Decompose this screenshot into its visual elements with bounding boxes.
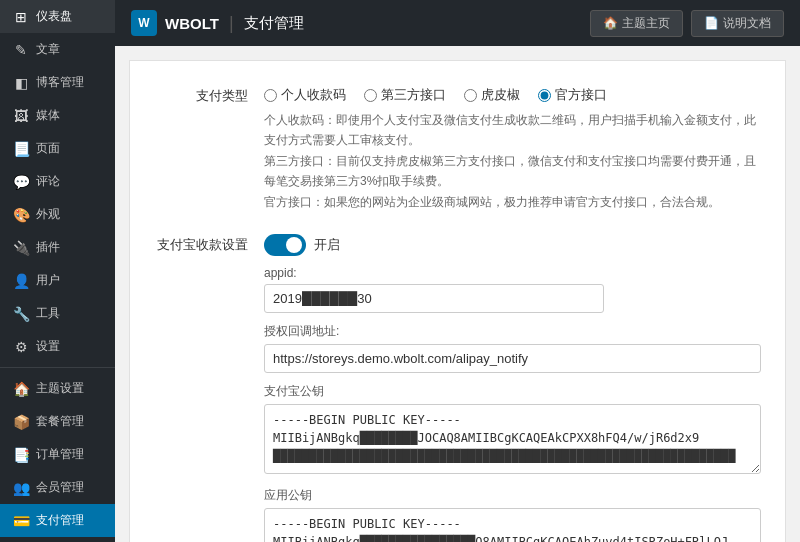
- sidebar-item-comments[interactable]: 💬 评论: [0, 165, 115, 198]
- sidebar-item-settings[interactable]: ⚙ 设置: [0, 330, 115, 363]
- home-btn-label: 主题主页: [622, 15, 670, 32]
- app-public-key-label: 应用公钥: [264, 487, 761, 504]
- sidebar-item-label: 媒体: [36, 107, 60, 124]
- logo-text: WBOLT: [165, 15, 219, 32]
- alipay-public-key-label: 支付宝公钥: [264, 383, 761, 400]
- sidebar-item-dashboard[interactable]: ⊞ 仪表盘: [0, 0, 115, 33]
- top-bar-actions: 🏠 主题主页 📄 说明文档: [590, 10, 784, 37]
- alipay-toggle[interactable]: [264, 234, 306, 256]
- sidebar-item-label: 用户: [36, 272, 60, 289]
- sidebar-item-label: 插件: [36, 239, 60, 256]
- payment-type-label: 支付类型: [154, 81, 264, 105]
- payment-type-row: 支付类型 个人收款码 第三方接口 虎皮椒: [154, 81, 761, 212]
- main-settings-icon: 🏠: [12, 381, 30, 397]
- sidebar-item-users[interactable]: 👤 用户: [0, 264, 115, 297]
- plugins-icon: 🔌: [12, 240, 30, 256]
- package-icon: 📦: [12, 414, 30, 430]
- docs-button[interactable]: 📄 说明文档: [691, 10, 784, 37]
- sidebar-item-label: 评论: [36, 173, 60, 190]
- dashboard-icon: ⊞: [12, 9, 30, 25]
- radio-processing-label: 虎皮椒: [481, 86, 520, 104]
- sidebar-item-label: 主题设置: [36, 380, 84, 397]
- header-divider: |: [229, 13, 234, 34]
- pages-icon: 📃: [12, 141, 30, 157]
- sidebar-item-pages[interactable]: 📃 页面: [0, 132, 115, 165]
- settings-icon: ⚙: [12, 339, 30, 355]
- sidebar-item-label: 外观: [36, 206, 60, 223]
- docs-btn-label: 说明文档: [723, 15, 771, 32]
- app-public-key-input[interactable]: -----BEGIN PUBLIC KEY----- MIIBijANBgkq█…: [264, 508, 761, 542]
- sidebar-item-member-manage[interactable]: 👥 会员管理: [0, 471, 115, 504]
- sidebar-item-label: 文章: [36, 41, 60, 58]
- sidebar-item-label: 仪表盘: [36, 8, 72, 25]
- top-bar: W WBOLT | 支付管理 🏠 主题主页 📄 说明文档: [115, 0, 800, 46]
- blog-icon: ◧: [12, 75, 30, 91]
- callback-label: 授权回调地址:: [264, 323, 761, 340]
- sidebar-item-worker-manage[interactable]: 🗂 工单管理: [0, 537, 115, 542]
- sidebar-item-label: 设置: [36, 338, 60, 355]
- appid-input[interactable]: [264, 284, 604, 313]
- sidebar-item-appearance[interactable]: 🎨 外观: [0, 198, 115, 231]
- radio-personal-label: 个人收款码: [281, 86, 346, 104]
- sidebar-item-media[interactable]: 🖼 媒体: [0, 99, 115, 132]
- media-icon: 🖼: [12, 108, 30, 124]
- sidebar-item-plugins[interactable]: 🔌 插件: [0, 231, 115, 264]
- users-icon: 👤: [12, 273, 30, 289]
- radio-official-label: 官方接口: [555, 86, 607, 104]
- payment-type-content: 个人收款码 第三方接口 虎皮椒 官方接口: [264, 81, 761, 212]
- payment-icon: 💳: [12, 513, 30, 529]
- sidebar-item-label: 会员管理: [36, 479, 84, 496]
- sidebar-item-articles[interactable]: ✎ 文章: [0, 33, 115, 66]
- radio-processing[interactable]: 虎皮椒: [464, 86, 520, 104]
- sidebar-item-tools[interactable]: 🔧 工具: [0, 297, 115, 330]
- radio-third-party[interactable]: 第三方接口: [364, 86, 446, 104]
- tools-icon: 🔧: [12, 306, 30, 322]
- sidebar-item-label: 博客管理: [36, 74, 84, 91]
- radio-third-party-label: 第三方接口: [381, 86, 446, 104]
- alipay-toggle-container: 开启: [264, 234, 761, 256]
- payment-type-radio-group: 个人收款码 第三方接口 虎皮椒 官方接口: [264, 81, 761, 104]
- home-icon: 🏠: [603, 16, 618, 30]
- home-button[interactable]: 🏠 主题主页: [590, 10, 683, 37]
- docs-icon: 📄: [704, 16, 719, 30]
- sidebar-item-blog-manage[interactable]: ◧ 博客管理: [0, 66, 115, 99]
- content-area: 支付类型 个人收款码 第三方接口 虎皮椒: [115, 46, 800, 542]
- payment-description: 个人收款码：即使用个人支付宝及微信支付生成收款二维码，用户扫描手机输入金额支付，…: [264, 110, 761, 212]
- content-inner: 支付类型 个人收款码 第三方接口 虎皮椒: [129, 60, 786, 542]
- callback-input[interactable]: [264, 344, 761, 373]
- toggle-slider: [264, 234, 306, 256]
- comments-icon: 💬: [12, 174, 30, 190]
- main-area: W WBOLT | 支付管理 🏠 主题主页 📄 说明文档 支付类型: [115, 0, 800, 542]
- alipay-public-key-input[interactable]: -----BEGIN PUBLIC KEY----- MIIBijANBgkq█…: [264, 404, 761, 474]
- articles-icon: ✎: [12, 42, 30, 58]
- logo-icon: W: [131, 10, 157, 36]
- alipay-settings-row: 支付宝收款设置 开启 appid: 授权回调地址:: [154, 230, 761, 542]
- sidebar-item-main-settings[interactable]: 🏠 主题设置: [0, 372, 115, 405]
- sidebar-item-label: 订单管理: [36, 446, 84, 463]
- alipay-settings-label: 支付宝收款设置: [154, 230, 264, 254]
- order-icon: 📑: [12, 447, 30, 463]
- sidebar: ⊞ 仪表盘 ✎ 文章 ◧ 博客管理 🖼 媒体 📃 页面 💬 评论 🎨 外观 🔌 …: [0, 0, 115, 542]
- page-title: 支付管理: [244, 14, 304, 33]
- appid-label: appid:: [264, 266, 761, 280]
- sidebar-item-label: 页面: [36, 140, 60, 157]
- sidebar-item-label: 套餐管理: [36, 413, 84, 430]
- sidebar-item-order-manage[interactable]: 📑 订单管理: [0, 438, 115, 471]
- sidebar-item-label: 工具: [36, 305, 60, 322]
- alipay-toggle-label: 开启: [314, 236, 340, 254]
- logo: W WBOLT: [131, 10, 219, 36]
- radio-personal[interactable]: 个人收款码: [264, 86, 346, 104]
- sidebar-item-payment-manage[interactable]: 💳 支付管理: [0, 504, 115, 537]
- alipay-settings-content: 开启 appid: 授权回调地址: 支付宝公钥 -----BEGIN PUBLI…: [264, 230, 761, 542]
- member-icon: 👥: [12, 480, 30, 496]
- radio-official[interactable]: 官方接口: [538, 86, 607, 104]
- appearance-icon: 🎨: [12, 207, 30, 223]
- sidebar-item-label: 支付管理: [36, 512, 84, 529]
- sidebar-item-package-manage[interactable]: 📦 套餐管理: [0, 405, 115, 438]
